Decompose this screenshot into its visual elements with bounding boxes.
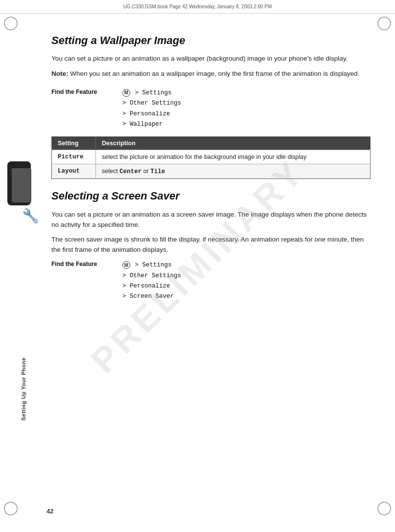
find-feature-label-2: Find the Feature — [51, 260, 122, 267]
path-line1-1: > Settings — [135, 89, 172, 96]
phone-body — [7, 161, 31, 205]
col1-header: Setting — [52, 137, 96, 150]
wrench-icon: 🔧 — [22, 208, 39, 225]
sidebar: Setting Up Your Phone — [0, 14, 46, 518]
path-line2-2: > Other Settings — [122, 272, 181, 279]
setting-name-picture: Picture — [52, 150, 96, 164]
path-line3-2: > Personalize — [122, 283, 170, 289]
page-number: 42 — [46, 508, 53, 515]
section2-body2: The screen saver image is shrunk to fill… — [51, 235, 371, 255]
code-tile: Tile — [150, 168, 165, 175]
section2-body1: You can set a picture or an animation as… — [51, 210, 371, 230]
table-row: Layout select Center or Tile — [52, 164, 371, 179]
main-content: Setting a Wallpaper Image You can set a … — [46, 24, 380, 508]
find-feature-path-2: M > Settings > Other Settings > Personal… — [122, 260, 181, 302]
path-line4-2: > Screen Saver — [122, 293, 174, 300]
side-image-area: 🔧 — [0, 147, 44, 244]
col2-header: Description — [96, 137, 371, 150]
menu-icon-1: M — [122, 89, 130, 97]
code-center: Center — [119, 168, 141, 175]
settings-table: Setting Description Picture select the p… — [51, 136, 371, 179]
find-feature-block-1: Find the Feature M > Settings > Other Se… — [51, 88, 371, 130]
section2-title: Selecting a Screen Saver — [51, 190, 371, 202]
table-row: Picture select the picture or animation … — [52, 150, 371, 164]
note-content: When you set an animation as a wallpaper… — [70, 70, 359, 77]
setting-desc-layout: select Center or Tile — [96, 164, 371, 179]
header-text: UG.C330.GSM.book Page 42 Wednesday, Janu… — [123, 4, 272, 9]
path-line1-2: > Settings — [135, 262, 172, 268]
phone-wrench-icon: 🔧 — [5, 156, 39, 235]
path-line2-1: > Other Settings — [122, 100, 181, 107]
section1-note: Note: When you set an animation as a wal… — [51, 69, 371, 79]
phone-screen — [12, 168, 31, 202]
path-line4-1: > Wallpaper — [122, 121, 163, 128]
menu-icon-2: M — [122, 261, 130, 269]
setting-desc-picture: select the picture or animation for the … — [96, 150, 371, 164]
sidebar-label: Setting Up Your Phone — [21, 357, 26, 421]
header-bar: UG.C330.GSM.book Page 42 Wednesday, Janu… — [0, 0, 395, 14]
find-feature-path-1: M > Settings > Other Settings > Personal… — [122, 88, 181, 130]
section1-body: You can set a picture or an animation as… — [51, 54, 371, 64]
note-bold: Note: — [51, 70, 69, 77]
find-feature-block-2: Find the Feature M > Settings > Other Se… — [51, 260, 371, 302]
setting-name-layout: Layout — [52, 164, 96, 179]
path-line3-1: > Personalize — [122, 111, 170, 117]
table-header-row: Setting Description — [52, 137, 371, 150]
section1-title: Setting a Wallpaper Image — [51, 34, 371, 47]
find-feature-label-1: Find the Feature — [51, 88, 122, 95]
